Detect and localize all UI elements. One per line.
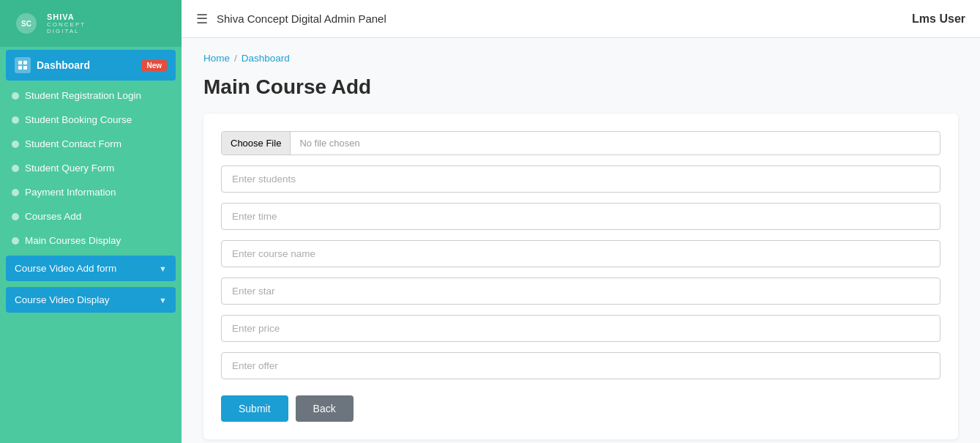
svg-rect-3: [23, 61, 27, 64]
nav-label: Student Query Form: [25, 163, 114, 174]
course-video-display-label: Course Video Display: [15, 294, 110, 305]
logo-main-text: SHIVA: [47, 12, 86, 21]
nav-dot-icon: [12, 116, 19, 124]
file-input-row[interactable]: Choose File No file chosen: [221, 131, 940, 155]
time-input[interactable]: [221, 203, 940, 230]
nav-dot-icon: [12, 189, 19, 196]
topbar: ☰ Shiva Concept Digital Admin Panel Lms …: [182, 0, 980, 38]
topbar-user: Lms User: [912, 12, 965, 26]
logo-area: SC SHIVA CONCEPT DIGITAL: [0, 0, 182, 47]
offer-input[interactable]: [221, 352, 940, 379]
sidebar-item-student-contact[interactable]: Student Contact Form: [0, 132, 182, 156]
dashboard-badge: New: [141, 60, 167, 71]
dashboard-icon: [15, 57, 31, 73]
nav-label: Payment Information: [25, 187, 116, 198]
hamburger-icon[interactable]: ☰: [196, 11, 208, 27]
sidebar-item-dashboard[interactable]: Dashboard New: [6, 50, 176, 81]
breadcrumb: Home / Dashboard: [203, 53, 958, 64]
sidebar-item-student-registration[interactable]: Student Registration Login: [0, 83, 182, 108]
dashboard-label: Dashboard: [37, 59, 90, 71]
svg-rect-5: [23, 66, 27, 70]
logo-tagline-text: DIGITAL: [47, 28, 86, 34]
price-input[interactable]: [221, 315, 940, 342]
breadcrumb-separator: /: [234, 53, 237, 64]
back-button[interactable]: Back: [296, 395, 354, 422]
breadcrumb-home-link[interactable]: Home: [203, 53, 230, 64]
sidebar: SC SHIVA CONCEPT DIGITAL Dashboard New S…: [0, 0, 182, 443]
choose-file-button[interactable]: Choose File: [222, 132, 291, 155]
main-course-add-form: Choose File No file chosen Submit Back: [203, 113, 958, 439]
no-file-text: No file chosen: [291, 132, 368, 155]
chevron-down-icon: ▼: [159, 296, 167, 305]
nav-dot-icon: [12, 237, 19, 245]
nav-dot-icon: [12, 165, 19, 172]
logo-icon: SC: [12, 10, 41, 37]
chevron-down-icon: ▼: [159, 264, 167, 273]
students-input[interactable]: [221, 165, 940, 193]
nav-label: Courses Add: [25, 211, 81, 222]
svg-text:SC: SC: [21, 20, 31, 28]
logo-sub-text: CONCEPT: [47, 21, 86, 28]
sidebar-item-courses-add[interactable]: Courses Add: [0, 204, 182, 228]
nav-dot-icon: [12, 141, 19, 148]
submit-button[interactable]: Submit: [221, 395, 288, 422]
nav-label: Student Contact Form: [25, 138, 121, 149]
main-content: ☰ Shiva Concept Digital Admin Panel Lms …: [182, 0, 980, 443]
svg-rect-2: [18, 61, 22, 64]
svg-rect-4: [18, 66, 22, 70]
star-input[interactable]: [221, 278, 940, 305]
sidebar-item-student-query[interactable]: Student Query Form: [0, 156, 182, 180]
breadcrumb-current: Dashboard: [242, 53, 290, 64]
sidebar-item-main-courses-display[interactable]: Main Courses Display: [0, 228, 182, 253]
nav-label: Student Booking Course: [25, 114, 132, 125]
action-buttons: Submit Back: [221, 395, 940, 422]
topbar-title: Shiva Concept Digital Admin Panel: [217, 12, 386, 25]
sidebar-item-payment[interactable]: Payment Information: [0, 180, 182, 204]
page-title: Main Course Add: [203, 75, 958, 99]
nav-dot-icon: [12, 92, 19, 100]
course-video-add-form-button[interactable]: Course Video Add form ▼: [6, 256, 176, 281]
nav-label: Main Courses Display: [25, 235, 121, 246]
nav-label: Student Registration Login: [25, 90, 141, 101]
course-video-add-label: Course Video Add form: [15, 263, 116, 274]
sidebar-item-student-booking[interactable]: Student Booking Course: [0, 108, 182, 132]
nav-dot-icon: [12, 213, 19, 220]
course-video-display-button[interactable]: Course Video Display ▼: [6, 287, 176, 313]
course-name-input[interactable]: [221, 240, 940, 267]
page-content: Home / Dashboard Main Course Add Choose …: [182, 38, 980, 443]
